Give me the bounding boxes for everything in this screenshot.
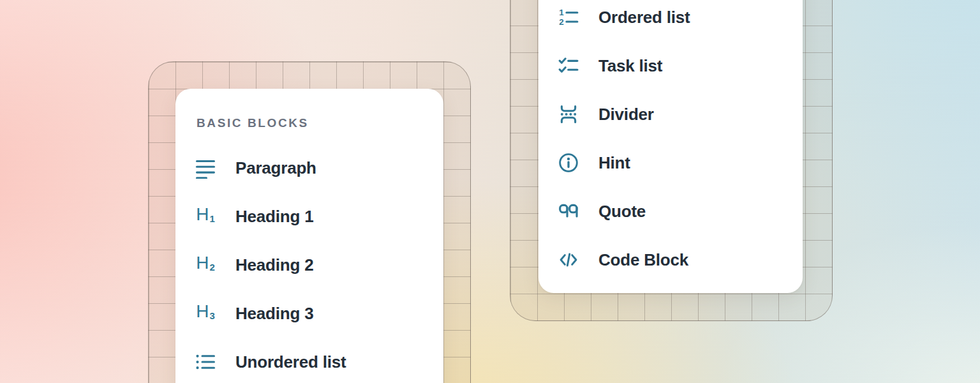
menu-item-label: Unordered list — [235, 352, 346, 372]
section-label-basic-blocks: BASIC BLOCKS — [197, 116, 443, 130]
hero-illustration: { "colors": { "icon_teal": "#2e7896", "i… — [0, 0, 980, 383]
code-block-icon — [558, 249, 579, 271]
unordered-list-icon — [195, 351, 216, 373]
heading-1-icon: H1 — [195, 206, 216, 227]
menu-item-label: Hint — [598, 153, 630, 173]
divider-icon — [558, 103, 579, 125]
blocks-menu-right: 1 2 Ordered list Task list — [538, 0, 803, 293]
svg-text:1: 1 — [559, 8, 564, 17]
basic-blocks-list: Paragraph H1 Heading 1 H2 Heading 2 H3 H… — [175, 144, 443, 383]
svg-text:2: 2 — [559, 17, 563, 27]
menu-item-label: Heading 2 — [235, 255, 313, 275]
menu-item-label: Divider — [598, 105, 654, 124]
task-list-icon — [558, 55, 579, 77]
blocks-list: 1 2 Ordered list Task list — [538, 0, 803, 284]
menu-item-label: Paragraph — [235, 158, 316, 178]
menu-item-code-block[interactable]: Code Block — [538, 236, 803, 284]
menu-item-label: Code Block — [598, 250, 688, 270]
menu-item-label: Quote — [598, 202, 646, 222]
menu-item-task-list[interactable]: Task list — [538, 41, 803, 90]
menu-item-heading-2[interactable]: H2 Heading 2 — [175, 241, 443, 289]
quote-icon — [558, 200, 579, 222]
menu-item-quote[interactable]: Quote — [538, 187, 803, 236]
basic-blocks-menu: BASIC BLOCKS Paragraph H1 Heading 1 H2 — [175, 89, 443, 383]
menu-item-label: Heading 3 — [235, 304, 313, 324]
menu-item-label: Ordered list — [598, 8, 690, 27]
menu-item-label: Task list — [598, 56, 662, 76]
menu-item-hint[interactable]: Hint — [538, 139, 803, 187]
hint-icon — [558, 152, 579, 174]
heading-3-icon: H3 — [195, 303, 216, 324]
menu-item-label: Heading 1 — [235, 207, 313, 227]
menu-item-divider[interactable]: Divider — [538, 90, 803, 139]
ordered-list-icon: 1 2 — [558, 6, 579, 28]
menu-item-paragraph[interactable]: Paragraph — [175, 144, 443, 192]
menu-item-heading-3[interactable]: H3 Heading 3 — [175, 289, 443, 338]
menu-item-heading-1[interactable]: H1 Heading 1 — [175, 192, 443, 241]
menu-item-unordered-list[interactable]: Unordered list — [175, 338, 443, 383]
paragraph-icon — [195, 157, 216, 179]
menu-item-ordered-list[interactable]: 1 2 Ordered list — [538, 0, 803, 41]
heading-2-icon: H2 — [195, 254, 216, 276]
